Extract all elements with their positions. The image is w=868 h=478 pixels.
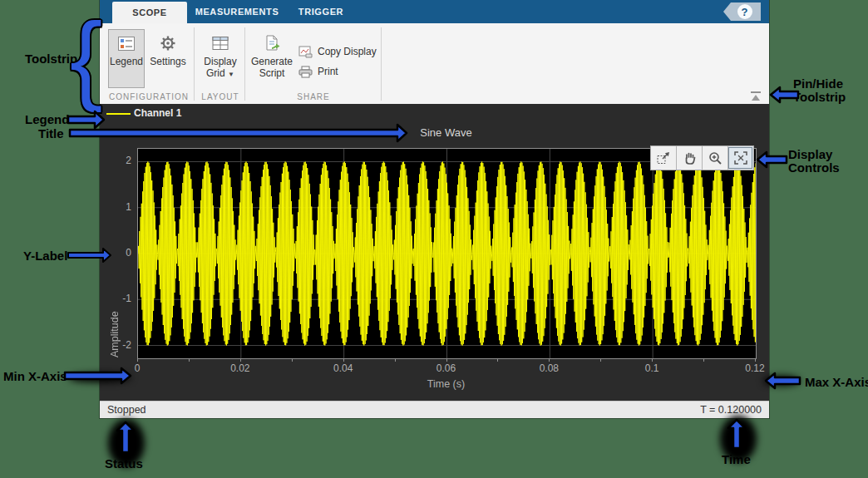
pin-hide-arrow [768,85,800,105]
max-x-axis-arrow [763,371,801,391]
y-tick-label: -1 [111,293,131,304]
annotation-y-label: Y-Label [23,249,67,263]
time-arrow [725,417,748,451]
annotation-time: Time [722,452,751,466]
pin-hide-toolstrip-button[interactable] [749,90,764,101]
x-tick-label: 0.12 [745,362,764,374]
print-label: Print [318,66,338,77]
settings-button-label: Settings [150,56,185,67]
legend-button-label: Legend [110,56,143,67]
print-button[interactable]: Print [298,63,338,80]
print-icon [298,66,313,78]
tab-bar: SCOPE MEASUREMENTS TRIGGER ? [100,0,769,23]
x-axis-label: Time (s) [137,378,755,390]
x-tick-label: 0.08 [540,362,559,374]
legend-icon [118,34,135,52]
status-arrow [114,420,137,455]
help-icon: ? [737,4,752,19]
y-label-arrow [67,247,113,264]
zoom-in-button[interactable] [702,146,727,170]
section-label-share: SHARE [249,92,378,101]
toolstrip-divider [194,27,195,101]
x-tick-label: 0.02 [230,362,249,374]
x-minor-tick [343,358,344,362]
status-bar: Stopped T = 0.120000 [100,401,769,418]
x-minor-tick [755,358,756,362]
autoscale-button[interactable] [727,146,753,170]
autoscale-icon [733,150,748,165]
status-text: Stopped [107,404,146,416]
toolstrip-brace: { [70,18,102,97]
toolstrip-divider [244,27,245,101]
display-controls-toolbar [650,145,754,170]
copy-display-button[interactable]: Copy Display [298,43,377,60]
annotation-max-x-axis: Max X-Axis [805,375,868,389]
legend-channel-label: Channel 1 [134,107,181,119]
time-readout: T = 0.120000 [700,404,762,416]
gear-icon [160,34,176,52]
tab-scope[interactable]: SCOPE [112,2,187,23]
title-arrow [68,122,409,144]
annotation-display-controls: DisplayControls [788,148,840,175]
display-grid-button[interactable]: DisplayGrid ▼ [198,29,243,88]
x-minor-tick [395,358,396,362]
x-minor-tick [446,358,447,362]
x-minor-tick [497,358,498,362]
display-grid-button-label: DisplayGrid ▼ [204,56,236,81]
display-controls-arrow [755,150,788,170]
settings-button[interactable]: Settings [146,29,190,88]
pan-button[interactable] [676,146,702,170]
legend-line-swatch [106,113,131,115]
x-tick-label: 0.06 [436,362,456,374]
plot-display: Channel 1 Sine Wave Amplitude 210-1-2 00… [100,104,769,401]
annotation-pin-hide-toolstrip: Pin/HideToolstrip [793,77,846,104]
annotation-min-x-axis: Min X-Axis [3,369,67,383]
zoom-in-icon [708,150,723,165]
x-minor-tick [292,358,293,362]
generate-script-button[interactable]: GenerateScript [249,29,295,88]
y-tick-label: 1 [111,201,131,213]
x-tick-label: 0.04 [333,362,353,374]
y-tick-label: 0 [111,247,131,259]
toolstrip-divider [381,27,382,101]
copy-display-label: Copy Display [318,46,377,57]
help-button[interactable]: ? [723,2,761,21]
toolstrip: Legend Settings DisplayGrid ▼ GenerateSc… [100,23,769,104]
plot-legend[interactable]: Channel 1 [100,104,769,121]
annotation-title: Title [38,126,64,140]
x-minor-tick [652,358,653,362]
tab-measurements[interactable]: MEASUREMENTS [187,0,287,23]
y-tick-label: -2 [111,339,131,351]
zoom-region-button[interactable] [651,146,676,170]
annotation-legend: Legend [25,112,69,126]
chevron-down-icon: ▼ [228,71,234,78]
copy-display-icon [298,46,313,58]
x-minor-tick [240,358,241,362]
waveform-plot [138,149,756,358]
section-label-layout: LAYOUT [198,92,243,101]
x-tick-label: 0 [135,362,141,374]
pin-toolstrip-icon [749,91,762,101]
x-minor-tick [703,358,704,362]
scope-window: SCOPE MEASUREMENTS TRIGGER ? Legend Sett… [100,0,769,418]
pan-hand-icon [682,150,697,165]
section-label-configuration: CONFIGURATION [108,92,190,101]
x-minor-tick [549,358,550,362]
generate-script-button-label: GenerateScript [251,56,293,79]
legend-button[interactable]: Legend [108,29,145,88]
y-tick-label: 2 [111,155,131,166]
plot-axes[interactable] [137,148,757,359]
min-x-axis-arrow [63,366,133,386]
x-tick-label: 0.1 [645,362,659,374]
script-icon [264,34,280,52]
x-minor-tick [137,358,138,362]
x-minor-tick [189,358,190,362]
x-minor-tick [600,358,601,362]
tab-trigger[interactable]: TRIGGER [279,0,362,23]
grid-icon [212,34,229,52]
annotation-status: Status [105,456,143,471]
region-zoom-icon [656,150,671,165]
